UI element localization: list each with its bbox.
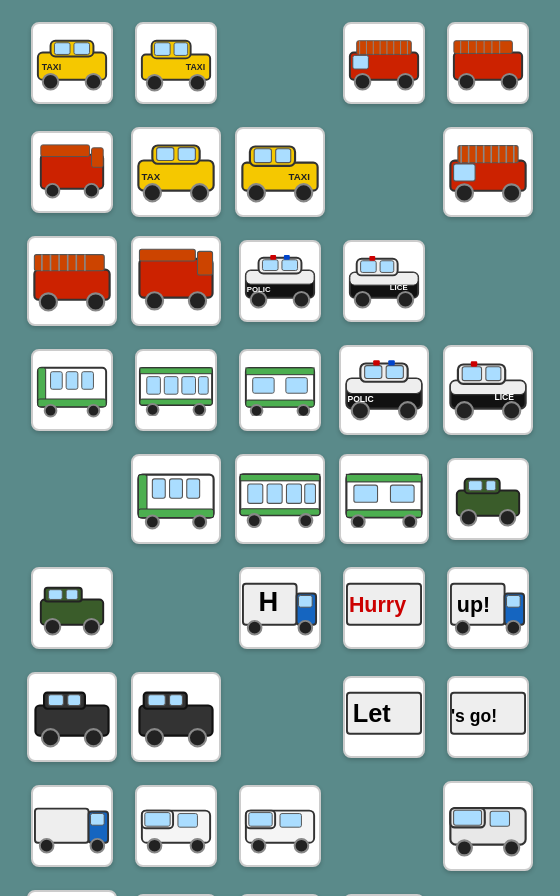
- svg-point-118: [147, 404, 159, 416]
- svg-rect-2: [54, 43, 70, 55]
- sticker-ok[interactable]: OK!: [230, 882, 330, 896]
- sticker-van-small-1[interactable]: [126, 773, 226, 878]
- empty-6: [230, 664, 330, 769]
- sticker-firetruck-large-1[interactable]: [438, 119, 538, 224]
- sticker-bus-small-1[interactable]: [22, 337, 122, 442]
- sticker-taxi-large-front[interactable]: TAX: [126, 119, 226, 224]
- svg-rect-39: [92, 148, 104, 168]
- svg-point-99: [355, 292, 371, 308]
- van-icon: [137, 796, 215, 855]
- svg-point-194: [507, 621, 521, 635]
- svg-rect-149: [152, 479, 165, 498]
- sticker-sgo[interactable]: 's go!: [438, 664, 538, 769]
- bus-icon: [33, 360, 111, 419]
- sticker-police-large-front[interactable]: POLIC: [334, 337, 434, 442]
- svg-point-126: [298, 405, 310, 417]
- sticker-oops[interactable]: Oo ps ps! Oo: [334, 882, 434, 896]
- svg-point-36: [502, 74, 518, 90]
- hurry-icon: Hurry: [345, 576, 423, 639]
- sticker-bus-small-2[interactable]: [126, 337, 226, 442]
- svg-rect-167: [390, 485, 414, 502]
- sticker-firetruck-large-3[interactable]: [126, 228, 226, 333]
- svg-point-83: [189, 292, 206, 309]
- sticker-firetruck-small-3[interactable]: [22, 119, 122, 224]
- svg-rect-164: [346, 474, 421, 482]
- svg-point-152: [146, 516, 159, 529]
- sticker-police-small-side[interactable]: LICE: [334, 228, 434, 333]
- svg-rect-124: [286, 377, 307, 393]
- sticker-taxi-small-front[interactable]: TAXI: [22, 10, 122, 115]
- svg-rect-225: [249, 813, 272, 827]
- svg-rect-140: [462, 367, 481, 381]
- jeep-icon: [449, 469, 527, 528]
- svg-rect-145: [471, 362, 477, 367]
- svg-rect-70: [34, 254, 104, 270]
- svg-rect-106: [51, 372, 63, 390]
- firetruck-large-side-icon: [29, 246, 115, 316]
- firetruck-large-back-icon: [133, 246, 219, 316]
- sticker-firetruck-small-1[interactable]: [334, 10, 434, 115]
- svg-point-78: [87, 293, 104, 310]
- svg-rect-226: [280, 814, 301, 828]
- svg-rect-121: [246, 368, 314, 375]
- svg-point-174: [461, 510, 477, 526]
- sticker-bus-small-3[interactable]: [230, 337, 330, 442]
- svg-point-11: [147, 75, 163, 91]
- sticker-bus-large-3[interactable]: [334, 446, 434, 551]
- svg-rect-157: [248, 484, 263, 503]
- sticker-up[interactable]: up!: [438, 555, 538, 660]
- sticker-jeep-small-2[interactable]: [22, 555, 122, 660]
- sticker-let[interactable]: Let: [334, 664, 434, 769]
- sticker-taxi-small-side[interactable]: TAXI: [126, 10, 226, 115]
- sticker-police-large-side[interactable]: LICE: [438, 337, 538, 442]
- svg-point-89: [251, 292, 267, 308]
- svg-point-162: [299, 514, 312, 527]
- sticker-jeep-large-1[interactable]: [22, 664, 122, 769]
- svg-rect-117: [198, 376, 208, 394]
- svg-rect-173: [486, 481, 496, 491]
- svg-point-169: [403, 515, 416, 528]
- jeep-large-side-icon: [133, 684, 219, 749]
- svg-point-100: [398, 292, 414, 308]
- sticker-taxi-large-side[interactable]: TAXI: [230, 119, 330, 224]
- sticker-police-small-front[interactable]: POLIC: [230, 228, 330, 333]
- firetruck-icon: [345, 31, 423, 94]
- sticker-bus-large-2[interactable]: [230, 446, 330, 551]
- sticker-jeep-large-2[interactable]: [126, 664, 226, 769]
- sticker-firetruck-large-2[interactable]: [22, 228, 122, 333]
- firetruck-back-icon: [33, 140, 111, 203]
- svg-text:TAX: TAX: [142, 171, 161, 182]
- sticker-truck-blue-end[interactable]: [22, 773, 122, 878]
- sticker-stop[interactable]: Stop: [126, 882, 226, 896]
- svg-rect-231: [454, 810, 482, 825]
- sticker-jeep-small-1[interactable]: [438, 446, 538, 551]
- svg-point-119: [194, 404, 206, 416]
- sticker-hurry[interactable]: Hurry: [334, 555, 434, 660]
- svg-rect-102: [369, 256, 375, 261]
- svg-rect-93: [284, 255, 290, 260]
- svg-rect-107: [66, 372, 78, 390]
- svg-rect-150: [170, 479, 183, 498]
- svg-point-201: [85, 729, 102, 746]
- svg-rect-87: [262, 260, 278, 271]
- svg-rect-97: [361, 261, 377, 273]
- svg-rect-123: [253, 377, 274, 393]
- police-large-side-icon: LICE: [445, 357, 531, 422]
- sticker-bus-large-1[interactable]: [126, 446, 226, 551]
- svg-text:up!: up!: [457, 593, 490, 617]
- sticker-firetruck-small-2[interactable]: [438, 10, 538, 115]
- sticker-truck-h[interactable]: H: [230, 555, 330, 660]
- svg-point-109: [45, 405, 57, 417]
- svg-rect-131: [386, 366, 403, 379]
- svg-rect-45: [178, 148, 195, 161]
- svg-rect-51: [254, 149, 271, 163]
- firetruck-large-icon: [445, 137, 531, 207]
- svg-point-153: [193, 516, 206, 529]
- sticker-van-large-1[interactable]: [438, 773, 538, 878]
- sticker-van-large-2[interactable]: [22, 882, 122, 896]
- svg-rect-52: [276, 149, 291, 163]
- svg-rect-212: [35, 808, 89, 842]
- svg-rect-166: [354, 485, 378, 502]
- svg-rect-198: [48, 695, 63, 706]
- sticker-van-small-2[interactable]: [230, 773, 330, 878]
